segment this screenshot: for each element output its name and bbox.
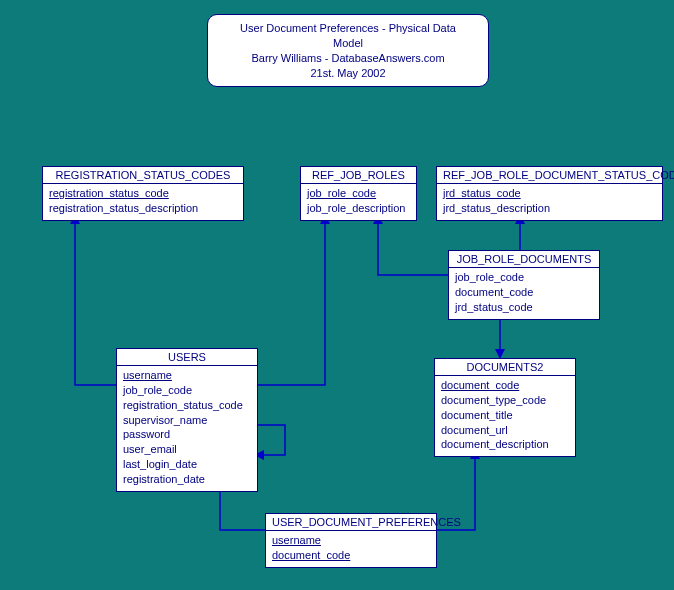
column: user_email: [123, 442, 251, 457]
column: document_code: [455, 285, 593, 300]
column: job_role_code: [455, 270, 593, 285]
entity-header: REF_JOB_ROLES: [301, 167, 416, 184]
column: last_login_date: [123, 457, 251, 472]
column-pk: jrd_status_code: [443, 186, 656, 201]
entity-body: document_code document_type_code documen…: [435, 376, 575, 456]
column: jrd_status_code: [455, 300, 593, 315]
title-line1: User Document Preferences - Physical Dat…: [228, 21, 468, 51]
title-line2: Barry Williams - DatabaseAnswers.com: [228, 51, 468, 66]
entity-header: USER_DOCUMENT_PREFERENCES: [266, 514, 436, 531]
column: registration_status_description: [49, 201, 237, 216]
column-pk: document_code: [441, 378, 569, 393]
title-line3: 21st. May 2002: [228, 66, 468, 81]
entity-body: username document_code: [266, 531, 436, 567]
column: supervisor_name: [123, 413, 251, 428]
entity-user-document-preferences: USER_DOCUMENT_PREFERENCES username docum…: [265, 513, 437, 568]
column: password: [123, 427, 251, 442]
entity-header: DOCUMENTS2: [435, 359, 575, 376]
column: job_role_description: [307, 201, 410, 216]
entity-job-role-documents: JOB_ROLE_DOCUMENTS job_role_code documen…: [448, 250, 600, 320]
column: registration_date: [123, 472, 251, 487]
entity-header: REGISTRATION_STATUS_CODES: [43, 167, 243, 184]
erd-canvas: User Document Preferences - Physical Dat…: [0, 0, 674, 590]
entity-header: JOB_ROLE_DOCUMENTS: [449, 251, 599, 268]
column: document_url: [441, 423, 569, 438]
column: registration_status_code: [123, 398, 251, 413]
column: document_title: [441, 408, 569, 423]
entity-header: REF_JOB_ROLE_DOCUMENT_STATUS_CODE: [437, 167, 662, 184]
entity-users: USERS username job_role_code registratio…: [116, 348, 258, 492]
entity-header: USERS: [117, 349, 257, 366]
column-pk: document_code: [272, 548, 430, 563]
column: job_role_code: [123, 383, 251, 398]
column-pk: username: [123, 368, 251, 383]
entity-registration-status-codes: REGISTRATION_STATUS_CODES registration_s…: [42, 166, 244, 221]
column: document_type_code: [441, 393, 569, 408]
column: document_description: [441, 437, 569, 452]
column-pk: username: [272, 533, 430, 548]
entity-body: job_role_code job_role_description: [301, 184, 416, 220]
entity-body: job_role_code document_code jrd_status_c…: [449, 268, 599, 319]
entity-ref-jrd-status-code: REF_JOB_ROLE_DOCUMENT_STATUS_CODE jrd_st…: [436, 166, 663, 221]
diagram-title-box: User Document Preferences - Physical Dat…: [207, 14, 489, 87]
column: jrd_status_description: [443, 201, 656, 216]
entity-body: registration_status_code registration_st…: [43, 184, 243, 220]
column-pk: registration_status_code: [49, 186, 237, 201]
entity-documents2: DOCUMENTS2 document_code document_type_c…: [434, 358, 576, 457]
entity-body: jrd_status_code jrd_status_description: [437, 184, 662, 220]
entity-ref-job-roles: REF_JOB_ROLES job_role_code job_role_des…: [300, 166, 417, 221]
entity-body: username job_role_code registration_stat…: [117, 366, 257, 491]
column-pk: job_role_code: [307, 186, 410, 201]
